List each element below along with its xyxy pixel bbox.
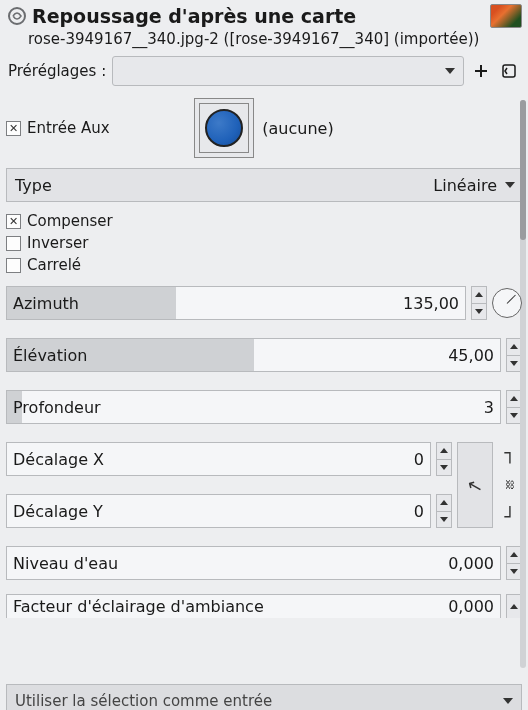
offset-y-value: 0: [414, 495, 424, 527]
offset-x-slider[interactable]: Décalage X 0: [6, 442, 431, 476]
app-logo-icon: [6, 5, 28, 27]
tiled-checkbox[interactable]: [6, 258, 21, 273]
clip-label: Utiliser la sélection comme entrée: [15, 692, 503, 710]
clip-combobox[interactable]: Utiliser la sélection comme entrée: [6, 684, 522, 710]
azimuth-value: 135,00: [403, 287, 459, 319]
offset-y-label: Décalage Y: [7, 502, 103, 521]
offset-link-button[interactable]: ↖: [457, 442, 493, 528]
compensate-label: Compenser: [27, 212, 113, 230]
invert-checkbox[interactable]: [6, 236, 21, 251]
ambient-label: Facteur d'éclairage d'ambiance: [7, 597, 264, 616]
chevron-down-icon: [503, 698, 513, 704]
azimuth-label: Azimuth: [7, 294, 79, 313]
azimuth-spinner[interactable]: [471, 286, 487, 320]
offset-y-slider[interactable]: Décalage Y 0: [6, 494, 431, 528]
compensate-checkbox[interactable]: [6, 214, 21, 229]
cursor-icon: ↖: [465, 473, 485, 497]
aux-input-value: (aucune): [262, 119, 333, 138]
add-preset-button[interactable]: [470, 60, 492, 82]
azimuth-angle-wheel[interactable]: [492, 288, 522, 318]
presets-combobox[interactable]: [112, 56, 464, 86]
elevation-slider[interactable]: Élévation 45,00: [6, 338, 501, 372]
azimuth-slider[interactable]: Azimuth 135,00: [6, 286, 466, 320]
svg-point-0: [9, 8, 25, 24]
type-label: Type: [15, 176, 433, 195]
depth-label: Profondeur: [7, 398, 101, 417]
offset-x-spinner[interactable]: [436, 442, 452, 476]
ambient-value: 0,000: [448, 595, 494, 618]
offset-chain-indicator: ┐⛓┘: [498, 442, 522, 528]
scrollbar[interactable]: [520, 100, 526, 668]
presets-label: Préréglages :: [8, 62, 106, 80]
tiled-label: Carrelé: [27, 256, 81, 274]
type-combobox[interactable]: Type Linéaire: [6, 168, 522, 202]
aux-input-label: Entrée Aux: [27, 119, 110, 137]
type-value: Linéaire: [433, 176, 497, 195]
depth-slider[interactable]: Profondeur 3: [6, 390, 501, 424]
layer-swatch-icon: [205, 109, 243, 147]
elevation-value: 45,00: [448, 339, 494, 371]
offset-x-label: Décalage X: [7, 450, 104, 469]
elevation-label: Élévation: [7, 346, 87, 365]
water-level-slider[interactable]: Niveau d'eau 0,000: [6, 546, 501, 580]
water-level-value: 0,000: [448, 547, 494, 579]
ambient-slider[interactable]: Facteur d'éclairage d'ambiance 0,000: [6, 594, 501, 618]
chevron-down-icon: [445, 68, 455, 74]
depth-value: 3: [484, 391, 494, 423]
chevron-down-icon: [505, 182, 515, 188]
dialog-title: Repoussage d'après une carte: [32, 5, 490, 27]
water-level-label: Niveau d'eau: [7, 554, 118, 573]
aux-source-button[interactable]: [194, 98, 254, 158]
manage-presets-button[interactable]: [498, 60, 520, 82]
invert-label: Inverser: [27, 234, 88, 252]
offset-x-value: 0: [414, 443, 424, 475]
layer-thumbnail: [490, 4, 522, 28]
dialog-subtitle: rose-3949167__340.jpg-2 ([rose-3949167__…: [0, 30, 528, 56]
offset-y-spinner[interactable]: [436, 494, 452, 528]
aux-input-checkbox[interactable]: [6, 121, 21, 136]
